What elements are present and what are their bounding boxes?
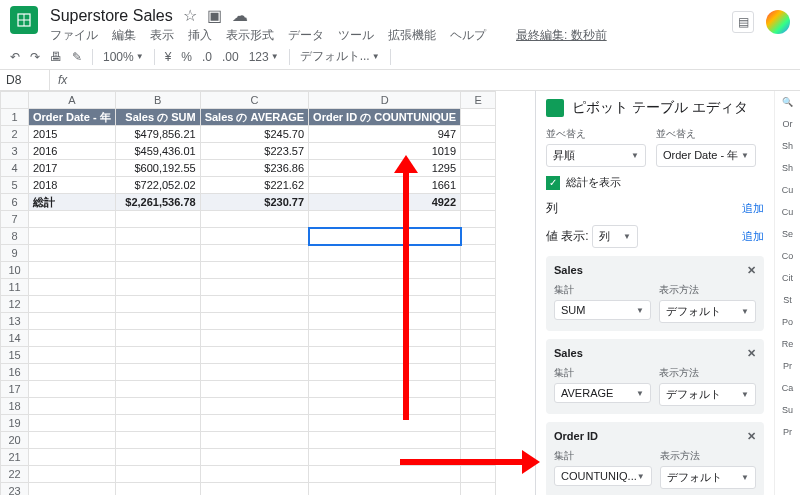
values-mode-select[interactable]: 列▼ <box>592 225 638 248</box>
field-item[interactable]: Co <box>782 251 794 261</box>
disp-select[interactable]: デフォルト▼ <box>659 300 756 323</box>
field-item[interactable]: St <box>783 295 792 305</box>
panel-title: ピボット テーブル エディタ <box>572 99 748 117</box>
menu-insert[interactable]: 挿入 <box>188 27 212 44</box>
toolbar: ↶ ↷ 🖶 ✎ 100%▼ ¥ % .0 .00 123▼ デフォルト...▼ <box>0 44 800 70</box>
field-item[interactable]: Sh <box>782 141 793 151</box>
sheets-logo <box>10 6 38 34</box>
search-icon[interactable]: 🔍 <box>782 97 793 107</box>
field-item[interactable]: Se <box>782 229 793 239</box>
value-card-orderid: Order ID✕ 集計COUNTUNIQ...▼ 表示方法デフォルト▼ <box>546 422 764 495</box>
close-icon[interactable]: ✕ <box>747 430 756 443</box>
cloud-icon[interactable]: ☁ <box>232 6 248 25</box>
menu-tools[interactable]: ツール <box>338 27 374 44</box>
menu-view[interactable]: 表示 <box>150 27 174 44</box>
currency-icon[interactable]: ¥ <box>165 50 172 64</box>
num-format[interactable]: 123▼ <box>249 50 279 64</box>
field-item[interactable]: Cit <box>782 273 793 283</box>
menu-edit[interactable]: 編集 <box>112 27 136 44</box>
menu-help[interactable]: ヘルプ <box>450 27 486 44</box>
comment-icon[interactable]: ▤ <box>732 11 754 33</box>
zoom-select[interactable]: 100%▼ <box>103 50 144 64</box>
show-total-checkbox[interactable]: ✓ <box>546 176 560 190</box>
agg-select[interactable]: AVERAGE▼ <box>554 383 651 403</box>
sort-by-select[interactable]: Order Date - 年▼ <box>656 144 756 167</box>
field-item[interactable]: Su <box>782 405 793 415</box>
undo-icon[interactable]: ↶ <box>10 50 20 64</box>
dec-inc-icon[interactable]: .00 <box>222 50 239 64</box>
spreadsheet-grid[interactable]: ABCDE 1Order Date - 年Sales の SUMSales の … <box>0 91 535 495</box>
menu-bar: ファイル 編集 表示 挿入 表示形式 データ ツール 拡張機能 ヘルプ 最終編集… <box>50 27 732 44</box>
field-item[interactable]: Cu <box>782 185 794 195</box>
disp-select[interactable]: デフォルト▼ <box>660 466 756 489</box>
disp-select[interactable]: デフォルト▼ <box>659 383 756 406</box>
menu-ext[interactable]: 拡張機能 <box>388 27 436 44</box>
close-icon[interactable]: ✕ <box>747 264 756 277</box>
dec-dec-icon[interactable]: .0 <box>202 50 212 64</box>
fx-icon: fx <box>50 70 75 90</box>
menu-format[interactable]: 表示形式 <box>226 27 274 44</box>
name-box[interactable]: D8 <box>0 70 50 90</box>
field-list-strip: 🔍 Or Sh Sh Cu Cu Se Co Cit St Po Re Pr C… <box>774 91 800 495</box>
star-icon[interactable]: ☆ <box>183 6 197 25</box>
pivot-editor-panel: ピボット テーブル エディタ 並べ替え昇順▼ 並べ替えOrder Date - … <box>536 91 774 495</box>
field-item[interactable]: Or <box>783 119 793 129</box>
field-item[interactable]: Pr <box>783 427 792 437</box>
doc-title[interactable]: Superstore Sales <box>50 7 173 25</box>
paint-icon[interactable]: ✎ <box>72 50 82 64</box>
print-icon[interactable]: 🖶 <box>50 50 62 64</box>
menu-file[interactable]: ファイル <box>50 27 98 44</box>
field-item[interactable]: Re <box>782 339 794 349</box>
font-select[interactable]: デフォルト...▼ <box>300 48 380 65</box>
sheets-mini-icon <box>546 99 564 117</box>
add-value-link[interactable]: 追加 <box>742 229 764 244</box>
selected-cell <box>309 228 461 245</box>
close-icon[interactable]: ✕ <box>747 347 756 360</box>
field-item[interactable]: Pr <box>783 361 792 371</box>
value-card-sales-avg: Sales✕ 集計AVERAGE▼ 表示方法デフォルト▼ <box>546 339 764 414</box>
field-item[interactable]: Sh <box>782 163 793 173</box>
move-icon[interactable]: ▣ <box>207 6 222 25</box>
field-item[interactable]: Cu <box>782 207 794 217</box>
value-card-sales-sum: Sales✕ 集計SUM▼ 表示方法デフォルト▼ <box>546 256 764 331</box>
menu-data[interactable]: データ <box>288 27 324 44</box>
redo-icon[interactable]: ↷ <box>30 50 40 64</box>
field-item[interactable]: Po <box>782 317 793 327</box>
sort-order-select[interactable]: 昇順▼ <box>546 144 646 167</box>
agg-select[interactable]: COUNTUNIQ...▼ <box>554 466 652 486</box>
avatar[interactable] <box>766 10 790 34</box>
add-column-link[interactable]: 追加 <box>742 201 764 216</box>
percent-icon[interactable]: % <box>181 50 192 64</box>
last-edit[interactable]: 最終編集: 数秒前 <box>516 27 607 44</box>
field-item[interactable]: Ca <box>782 383 794 393</box>
agg-select[interactable]: SUM▼ <box>554 300 651 320</box>
